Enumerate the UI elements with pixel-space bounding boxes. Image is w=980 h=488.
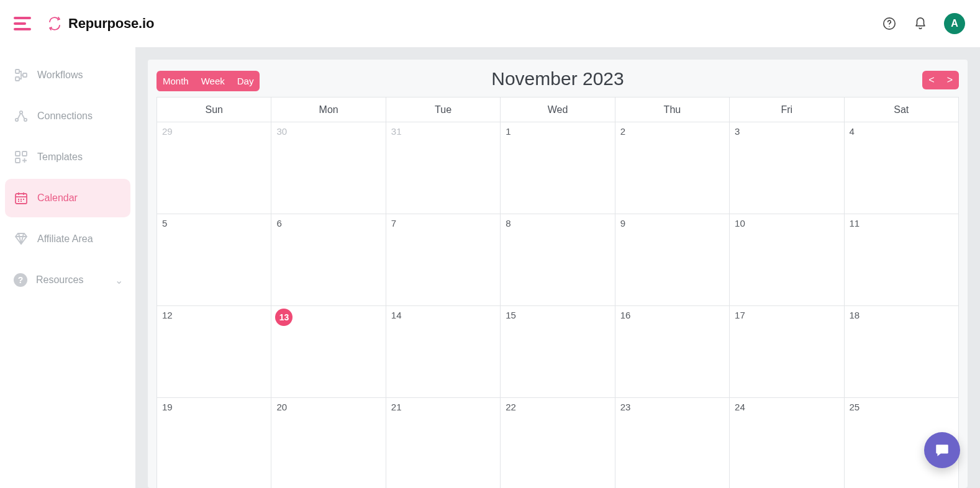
- calendar-day-cell[interactable]: 10: [730, 214, 844, 306]
- sidebar-item-templates[interactable]: Templates: [5, 138, 130, 176]
- calendar-day-cell[interactable]: 1: [501, 122, 615, 214]
- menu-toggle-button[interactable]: [14, 17, 31, 30]
- svg-point-6: [20, 111, 22, 114]
- chat-widget-button[interactable]: [924, 432, 960, 468]
- calendar-day-cell[interactable]: 17: [730, 306, 844, 398]
- calendar-day-cell[interactable]: 30: [271, 122, 386, 214]
- svg-rect-2: [16, 70, 19, 73]
- calendar-week-row: 2930311234: [157, 122, 959, 214]
- calendar-day-cell[interactable]: 2: [615, 122, 729, 214]
- view-switch: Month Week Day: [157, 71, 260, 91]
- help-icon: [882, 17, 896, 30]
- calendar-day-cell[interactable]: 31: [386, 122, 500, 214]
- svg-rect-8: [16, 151, 20, 156]
- calendar-title: November 2023: [491, 68, 624, 89]
- calendar-icon: [14, 191, 29, 206]
- templates-icon: [14, 150, 29, 165]
- calendar-week-row: 12131415161718: [157, 306, 959, 398]
- calendar-day-cell[interactable]: 11: [844, 214, 958, 306]
- calendar-day-cell[interactable]: 5: [157, 214, 271, 306]
- svg-rect-9: [22, 151, 27, 156]
- logo-icon: [47, 16, 62, 31]
- sidebar-item-label: Workflows: [37, 70, 83, 81]
- calendar-day-cell[interactable]: 13: [271, 306, 386, 398]
- sidebar-item-resources[interactable]: ? Resources ⌄: [5, 261, 130, 299]
- day-header: Mon: [271, 97, 386, 122]
- topbar: Repurpose.io A: [0, 0, 980, 47]
- svg-point-1: [889, 26, 889, 27]
- calendar-day-headers: Sun Mon Tue Wed Thu Fri Sat: [157, 97, 959, 122]
- sidebar: Workflows Connections Templates: [0, 47, 135, 488]
- svg-rect-4: [16, 77, 19, 81]
- calendar-day-cell[interactable]: 16: [615, 306, 729, 398]
- chat-icon: [934, 442, 950, 458]
- calendar-day-cell[interactable]: 20: [271, 398, 386, 489]
- calendar-day-cell[interactable]: 19: [157, 398, 271, 489]
- avatar-initial: A: [951, 18, 958, 29]
- day-header: Fri: [730, 97, 844, 122]
- notifications-button[interactable]: [913, 16, 928, 31]
- calendar-day-cell[interactable]: 29: [157, 122, 271, 214]
- calendar-day-cell[interactable]: 14: [386, 306, 500, 398]
- help-button[interactable]: [882, 16, 897, 31]
- svg-rect-11: [16, 194, 27, 204]
- day-header: Tue: [386, 97, 500, 122]
- day-header: Thu: [615, 97, 729, 122]
- sidebar-item-label: Connections: [37, 111, 93, 122]
- calendar-week-row: 567891011: [157, 214, 959, 306]
- calendar-day-cell[interactable]: 6: [271, 214, 386, 306]
- main-content: Month Week Day November 2023 < > Sun Mon…: [135, 47, 980, 488]
- sidebar-item-connections[interactable]: Connections: [5, 97, 130, 135]
- sidebar-item-label: Calendar: [37, 192, 78, 204]
- svg-rect-3: [23, 73, 27, 77]
- calendar-header: Month Week Day November 2023 < >: [157, 68, 959, 89]
- diamond-icon: [14, 232, 29, 246]
- calendar-day-cell[interactable]: 7: [386, 214, 500, 306]
- next-button[interactable]: >: [941, 71, 959, 89]
- workflow-icon: [14, 68, 29, 83]
- bell-icon: [914, 17, 927, 30]
- calendar-day-cell[interactable]: 12: [157, 306, 271, 398]
- view-month-button[interactable]: Month: [157, 71, 195, 91]
- svg-rect-10: [16, 158, 20, 163]
- today-indicator: 13: [275, 309, 293, 326]
- user-avatar[interactable]: A: [944, 13, 965, 34]
- sidebar-item-workflows[interactable]: Workflows: [5, 56, 130, 94]
- calendar-week-row: 19202122232425: [157, 398, 959, 489]
- calendar-card: Month Week Day November 2023 < > Sun Mon…: [148, 60, 968, 488]
- calendar-day-cell[interactable]: 3: [730, 122, 844, 214]
- view-day-button[interactable]: Day: [231, 71, 260, 91]
- view-week-button[interactable]: Week: [195, 71, 231, 91]
- chevron-down-icon: ⌄: [115, 274, 123, 286]
- calendar-day-cell[interactable]: 23: [615, 398, 729, 489]
- brand-name: Repurpose.io: [68, 16, 154, 32]
- calendar-day-cell[interactable]: 24: [730, 398, 844, 489]
- sidebar-item-label: Templates: [37, 151, 83, 163]
- day-header: Sun: [157, 97, 271, 122]
- calendar-day-cell[interactable]: 15: [501, 306, 615, 398]
- brand-logo[interactable]: Repurpose.io: [47, 16, 154, 32]
- sidebar-item-label: Resources: [36, 274, 83, 286]
- question-icon: ?: [14, 273, 27, 287]
- sidebar-item-calendar[interactable]: Calendar: [5, 179, 130, 217]
- sidebar-item-label: Affiliate Area: [37, 233, 93, 245]
- calendar-grid: Sun Mon Tue Wed Thu Fri Sat 293031123456…: [157, 97, 959, 488]
- sidebar-item-affiliate[interactable]: Affiliate Area: [5, 220, 130, 258]
- calendar-day-cell[interactable]: 9: [615, 214, 729, 306]
- calendar-day-cell[interactable]: 8: [501, 214, 615, 306]
- connections-icon: [14, 109, 29, 124]
- calendar-day-cell[interactable]: 18: [844, 306, 958, 398]
- calendar-day-cell[interactable]: 4: [844, 122, 958, 214]
- calendar-nav: < >: [922, 71, 959, 89]
- calendar-day-cell[interactable]: 21: [386, 398, 500, 489]
- prev-button[interactable]: <: [922, 71, 940, 89]
- day-header: Sat: [844, 97, 958, 122]
- calendar-day-cell[interactable]: 22: [501, 398, 615, 489]
- day-header: Wed: [501, 97, 615, 122]
